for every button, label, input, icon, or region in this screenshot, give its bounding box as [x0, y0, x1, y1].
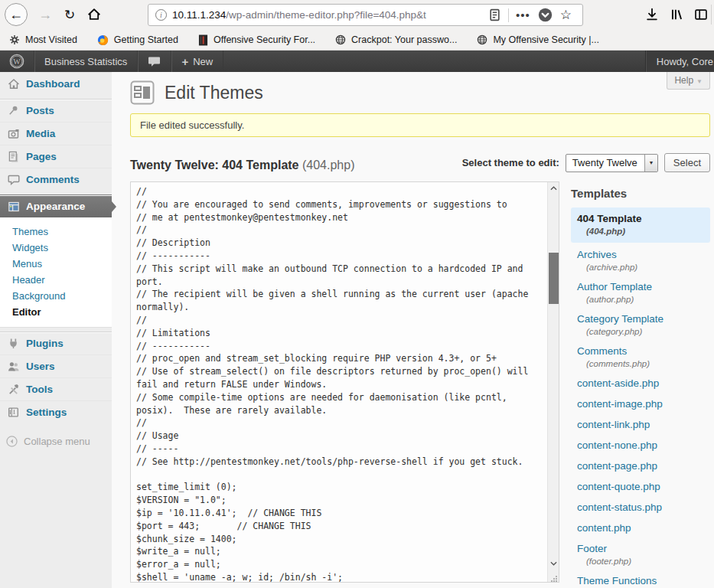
page-actions-icon[interactable]: •••: [516, 8, 530, 21]
template-link[interactable]: content-none.php: [571, 436, 710, 456]
template-label: Author Template: [577, 280, 704, 294]
sidebar-item-media[interactable]: Media: [0, 122, 112, 145]
submenu-item-widgets[interactable]: Widgets: [0, 240, 112, 256]
sidebar-item-label: Appearance: [26, 201, 85, 212]
template-link[interactable]: Category Template(category.php): [571, 310, 710, 341]
template-link[interactable]: Comments(comments.php): [571, 342, 710, 373]
collapse-menu-button[interactable]: Collapse menu: [0, 436, 112, 447]
page-header: Edit Themes: [130, 72, 710, 105]
library-icon[interactable]: [670, 8, 683, 21]
template-filename: (comments.php): [577, 358, 704, 370]
admin-bar-howdy[interactable]: Howdy, Core: [645, 51, 714, 72]
template-label: Category Template: [577, 312, 704, 326]
site-info-icon[interactable]: i: [155, 9, 167, 21]
template-label: Footer: [577, 542, 704, 556]
reader-view-icon[interactable]: [488, 8, 501, 21]
sidebar-item-settings[interactable]: Settings: [0, 400, 112, 423]
template-link[interactable]: Archives(archive.php): [571, 246, 710, 276]
sidebar-item-posts[interactable]: Posts: [0, 99, 112, 122]
bookmark-item[interactable]: Getting Started: [97, 34, 178, 46]
template-link[interactable]: content-aside.php: [571, 374, 710, 394]
sidebar-item-comments[interactable]: Comments: [0, 168, 112, 191]
sidebar-item-label: Users: [26, 361, 55, 372]
wp-logo-menu[interactable]: W: [0, 51, 34, 72]
download-icon[interactable]: [645, 8, 659, 21]
themes-screen-icon: [130, 80, 155, 105]
template-link[interactable]: content.php: [571, 519, 710, 538]
sidebar-item-pages[interactable]: Pages: [0, 145, 112, 168]
sidebar-item-dashboard[interactable]: Dashboard: [0, 72, 112, 95]
template-link[interactable]: content-link.php: [571, 416, 710, 435]
sidebar-item-tools[interactable]: Tools: [0, 377, 112, 400]
admin-bar-new[interactable]: + New: [171, 51, 223, 72]
template-link[interactable]: Theme Functions(functions.php): [571, 572, 710, 588]
code-editor[interactable]: // // You are encouraged to send comment…: [130, 181, 559, 583]
template-filename: (archive.php): [577, 262, 704, 273]
sidebar-item-appearance[interactable]: Appearance: [0, 194, 112, 217]
template-filename: (footer.php): [577, 556, 704, 567]
template-link[interactable]: content-image.php: [571, 395, 710, 414]
template-label: content-quote.php: [577, 480, 704, 494]
pocket-icon[interactable]: [538, 8, 553, 22]
gear-icon: [9, 34, 20, 45]
help-button[interactable]: Help▼: [667, 72, 710, 90]
template-link[interactable]: content-status.php: [571, 498, 710, 518]
sidebar-item-plugins[interactable]: Plugins: [0, 332, 112, 354]
theme-select-dropdown[interactable]: Twenty Twelve ▼: [566, 154, 658, 172]
wordpress-logo-icon: W: [9, 54, 24, 69]
bookmark-item[interactable]: My Offensive Security |...: [477, 34, 598, 45]
submenu-item-menus[interactable]: Menus: [0, 256, 112, 272]
bookmark-label: Offensive Security For...: [214, 34, 315, 45]
template-label: Theme Functions: [577, 574, 704, 588]
urlbar-separator: [508, 8, 509, 22]
sidebar-toggle-icon[interactable]: [694, 8, 708, 21]
bookmark-star-icon[interactable]: ☆: [560, 7, 572, 23]
theme-select-controls: Select theme to edit: Twenty Twelve ▼ Se…: [462, 153, 710, 172]
editor-scrollbar[interactable]: [547, 182, 559, 582]
home-button[interactable]: [83, 3, 106, 26]
code-editor-content[interactable]: // // You are encouraged to send comment…: [131, 182, 559, 583]
template-label: content-link.php: [577, 418, 704, 432]
file-heading-name: Twenty Twelve: 404 Template: [130, 158, 299, 172]
collapse-arrow-icon: [6, 436, 18, 447]
template-label: content-page.php: [577, 459, 704, 473]
submenu-item-header[interactable]: Header: [0, 272, 112, 288]
appearance-submenu: ThemesWidgetsMenusHeaderBackgroundEditor: [0, 217, 112, 328]
submenu-item-editor[interactable]: Editor: [0, 304, 112, 320]
scroll-up-icon[interactable]: [548, 183, 559, 194]
howdy-label: Howdy, Core: [657, 56, 713, 67]
new-label: New: [193, 56, 213, 67]
sidebar-item-users[interactable]: Users: [0, 354, 112, 377]
file-heading-row: Twenty Twelve: 404 Template (404.php) Se…: [130, 153, 710, 172]
url-fade: [442, 9, 484, 21]
sidebar-item-label: Pages: [26, 151, 57, 162]
resize-grip-icon[interactable]: [549, 572, 558, 580]
template-link[interactable]: content-quote.php: [571, 478, 710, 497]
admin-bar-comments[interactable]: [138, 51, 171, 72]
home-icon: [7, 78, 20, 90]
svg-text:W: W: [13, 57, 21, 66]
template-link[interactable]: Footer(footer.php): [571, 540, 710, 570]
admin-bar-site-name[interactable]: Business Statistics: [34, 51, 138, 72]
bookmark-item[interactable]: Most Visited: [9, 34, 77, 45]
select-theme-button[interactable]: Select: [664, 153, 710, 172]
document-icon: [7, 151, 20, 162]
main-content: Help▼ Edit Themes File edited successful…: [112, 72, 714, 588]
globe-icon: [335, 34, 346, 45]
offsec-icon: [198, 34, 208, 46]
template-link[interactable]: Author Template(author.php): [571, 278, 710, 309]
bookmark-item[interactable]: Offensive Security For...: [198, 34, 315, 46]
submenu-item-themes[interactable]: Themes: [0, 224, 112, 240]
template-link[interactable]: content-page.php: [571, 457, 710, 476]
scrollbar-thumb[interactable]: [549, 253, 559, 304]
template-label: content-none.php: [577, 439, 704, 452]
url-bar[interactable]: i 10.11.1.234/wp-admin/theme-editor.php?…: [148, 4, 583, 26]
scroll-down-icon[interactable]: [548, 558, 559, 569]
bookmark-item[interactable]: Crackpot: Your passwo...: [335, 34, 457, 45]
editor-row: // // You are encouraged to send comment…: [130, 181, 710, 588]
template-link[interactable]: 404 Template(404.php): [571, 207, 710, 243]
submenu-item-background[interactable]: Background: [0, 288, 112, 304]
forward-button[interactable]: →: [34, 3, 57, 26]
back-button[interactable]: ←: [5, 3, 28, 26]
reload-button[interactable]: ↻: [58, 3, 81, 26]
